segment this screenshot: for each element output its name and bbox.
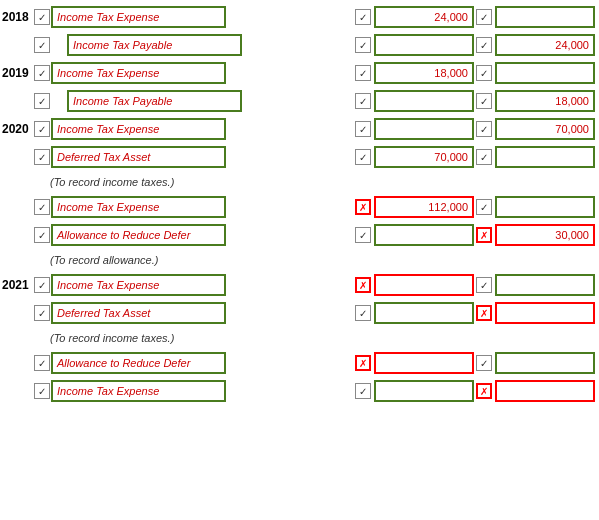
credit-2020-3[interactable]	[495, 196, 595, 218]
account-2020-1[interactable]: Income Tax Expense	[51, 118, 226, 140]
note-2020-2: (To record allowance.)	[2, 250, 597, 270]
account-2019-2[interactable]: Income Tax Payable	[67, 90, 242, 112]
note-2020-2-text: (To record allowance.)	[50, 254, 158, 266]
checkbox-2021-4-left[interactable]	[34, 383, 50, 399]
checkbox-2021-1-left[interactable]	[34, 277, 50, 293]
checkbox-2020-1-mid-right[interactable]	[476, 121, 492, 137]
checkbox-2020-3-left[interactable]	[34, 199, 50, 215]
checkbox-2020-3-mid-right[interactable]	[476, 199, 492, 215]
checkbox-2020-1-mid-left[interactable]	[355, 121, 371, 137]
checkbox-2018-1-mid-left[interactable]	[355, 9, 371, 25]
credit-2020-1[interactable]: 70,000	[495, 118, 595, 140]
debit-2018-2[interactable]	[374, 34, 474, 56]
checkbox-2020-2-left[interactable]	[34, 149, 50, 165]
checkbox-2018-2-left[interactable]	[34, 37, 50, 53]
account-2021-4[interactable]: Income Tax Expense	[51, 380, 226, 402]
checkbox-2021-3-left[interactable]	[34, 355, 50, 371]
account-2020-3[interactable]: Income Tax Expense	[51, 196, 226, 218]
note-2021-1: (To record income taxes.)	[2, 328, 597, 348]
row-2021-4: Income Tax Expense	[2, 378, 597, 404]
credit-2018-2[interactable]: 24,000	[495, 34, 595, 56]
credit-2021-2[interactable]	[495, 302, 595, 324]
credit-2020-2[interactable]	[495, 146, 595, 168]
checkbox-2020-2-mid-left[interactable]	[355, 149, 371, 165]
account-2021-3[interactable]: Allowance to Reduce Defer	[51, 352, 226, 374]
checkbox-2019-2-mid-left[interactable]	[355, 93, 371, 109]
debit-2020-4[interactable]	[374, 224, 474, 246]
checkbox-2018-2-mid-right[interactable]	[476, 37, 492, 53]
checkbox-2019-1-left[interactable]	[34, 65, 50, 81]
journal-container: 2018 Income Tax Expense 24,000 Income Ta…	[0, 0, 599, 410]
debit-2020-3[interactable]: 112,000	[374, 196, 474, 218]
row-2020-2: Deferred Tax Asset 70,000	[2, 144, 597, 170]
checkbox-2019-2-left[interactable]	[34, 93, 50, 109]
year-2021: 2021	[2, 278, 34, 292]
checkbox-2018-1-left[interactable]	[34, 9, 50, 25]
checkbox-2021-2-mid-left[interactable]	[355, 305, 371, 321]
row-2021-1: 2021 Income Tax Expense	[2, 272, 597, 298]
year-2019: 2019	[2, 66, 34, 80]
credit-2020-4[interactable]: 30,000	[495, 224, 595, 246]
debit-2018-1[interactable]: 24,000	[374, 6, 474, 28]
checkbox-2020-4-left[interactable]	[34, 227, 50, 243]
credit-2021-4[interactable]	[495, 380, 595, 402]
row-2020-4: Allowance to Reduce Defer 30,000	[2, 222, 597, 248]
credit-2019-2[interactable]: 18,000	[495, 90, 595, 112]
checkbox-2020-2-mid-right[interactable]	[476, 149, 492, 165]
row-2018-2: Income Tax Payable 24,000	[2, 32, 597, 58]
note-2020-1-text: (To record income taxes.)	[50, 176, 174, 188]
checkbox-2021-3-mid-left[interactable]	[355, 355, 371, 371]
credit-2021-3[interactable]	[495, 352, 595, 374]
credit-2019-1[interactable]	[495, 62, 595, 84]
checkbox-2021-4-mid-left[interactable]	[355, 383, 371, 399]
row-2021-2: Deferred Tax Asset	[2, 300, 597, 326]
checkbox-2020-4-mid-left[interactable]	[355, 227, 371, 243]
checkbox-2021-3-mid-right[interactable]	[476, 355, 492, 371]
checkbox-2021-2-left[interactable]	[34, 305, 50, 321]
account-2020-4[interactable]: Allowance to Reduce Defer	[51, 224, 226, 246]
debit-2020-2[interactable]: 70,000	[374, 146, 474, 168]
row-2020-3: Income Tax Expense 112,000	[2, 194, 597, 220]
row-2021-3: Allowance to Reduce Defer	[2, 350, 597, 376]
credit-2018-1[interactable]	[495, 6, 595, 28]
note-2020-1: (To record income taxes.)	[2, 172, 597, 192]
checkbox-2021-2-mid-right[interactable]	[476, 305, 492, 321]
account-2021-2[interactable]: Deferred Tax Asset	[51, 302, 226, 324]
checkbox-2020-3-mid-left[interactable]	[355, 199, 371, 215]
account-2021-1[interactable]: Income Tax Expense	[51, 274, 226, 296]
checkbox-2019-1-mid-right[interactable]	[476, 65, 492, 81]
year-2020: 2020	[2, 122, 34, 136]
checkbox-2018-1-mid-right[interactable]	[476, 9, 492, 25]
debit-2019-2[interactable]	[374, 90, 474, 112]
checkbox-2018-2-mid-left[interactable]	[355, 37, 371, 53]
row-2019-1: 2019 Income Tax Expense 18,000	[2, 60, 597, 86]
debit-2019-1[interactable]: 18,000	[374, 62, 474, 84]
debit-2021-2[interactable]	[374, 302, 474, 324]
checkbox-2021-1-mid-right[interactable]	[476, 277, 492, 293]
checkbox-2021-1-mid-left[interactable]	[355, 277, 371, 293]
debit-2021-3[interactable]	[374, 352, 474, 374]
row-2018-1: 2018 Income Tax Expense 24,000	[2, 4, 597, 30]
note-2021-1-text: (To record income taxes.)	[50, 332, 174, 344]
account-2018-2[interactable]: Income Tax Payable	[67, 34, 242, 56]
row-2019-2: Income Tax Payable 18,000	[2, 88, 597, 114]
row-2020-1: 2020 Income Tax Expense 70,000	[2, 116, 597, 142]
debit-2020-1[interactable]	[374, 118, 474, 140]
checkbox-2020-4-mid-right[interactable]	[476, 227, 492, 243]
account-2019-1[interactable]: Income Tax Expense	[51, 62, 226, 84]
checkbox-2019-1-mid-left[interactable]	[355, 65, 371, 81]
checkbox-2021-4-mid-right[interactable]	[476, 383, 492, 399]
checkbox-2020-1-left[interactable]	[34, 121, 50, 137]
account-2018-1[interactable]: Income Tax Expense	[51, 6, 226, 28]
account-2020-2[interactable]: Deferred Tax Asset	[51, 146, 226, 168]
debit-2021-4[interactable]	[374, 380, 474, 402]
debit-2021-1[interactable]	[374, 274, 474, 296]
year-2018: 2018	[2, 10, 34, 24]
credit-2021-1[interactable]	[495, 274, 595, 296]
checkbox-2019-2-mid-right[interactable]	[476, 93, 492, 109]
